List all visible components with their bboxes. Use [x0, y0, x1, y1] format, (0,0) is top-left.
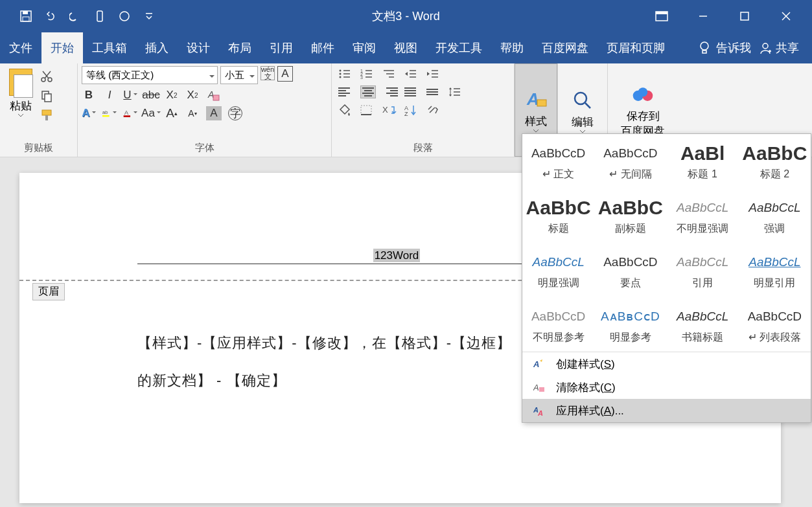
styles-gallery-dropdown: AaBbCcD↵ 正文AaBbCcD↵ 无间隔AaBl标题 1AaBbC标题 2…: [522, 133, 811, 423]
font-name-combo[interactable]: 等线 (西文正文): [82, 66, 218, 84]
tab-6[interactable]: 引用: [261, 32, 302, 63]
increase-indent-icon[interactable]: [426, 67, 442, 80]
window-controls: [649, 3, 812, 29]
text-effects-icon[interactable]: A: [82, 106, 96, 120]
style-不明显参考[interactable]: AaBbCcD不明显参考: [522, 297, 594, 352]
header-tab-label[interactable]: 页眉: [32, 283, 65, 300]
maximize-icon[interactable]: [732, 3, 758, 29]
style-强调[interactable]: AaBbCcL强调: [739, 188, 811, 243]
justify-icon[interactable]: [404, 85, 420, 98]
qat-dropdown-icon[interactable]: [143, 10, 156, 23]
style-↵正文[interactable]: AaBbCcD↵ 正文: [522, 134, 594, 188]
tab-1[interactable]: 开始: [41, 32, 83, 63]
style-要点[interactable]: AaBbCcD要点: [594, 243, 666, 297]
line-spacing-icon[interactable]: [448, 85, 464, 98]
minimize-icon[interactable]: [690, 3, 716, 29]
svg-rect-23: [42, 110, 51, 115]
style-明显参考[interactable]: AᴀBʙCᴄD明显参考: [594, 297, 666, 352]
bold-button[interactable]: B: [82, 88, 96, 102]
tab-3[interactable]: 插入: [136, 32, 178, 63]
style-preview: AaBbCcD: [531, 305, 585, 328]
style-preview: AaBbC: [742, 142, 807, 165]
style-↵无间隔[interactable]: AaBbCcD↵ 无间隔: [594, 134, 666, 188]
tell-me[interactable]: 告诉我: [698, 40, 751, 56]
paragraph-group-label: 段落: [336, 141, 510, 155]
touch-mode-icon[interactable]: [93, 10, 106, 23]
borders-icon[interactable]: [360, 104, 376, 117]
underline-button[interactable]: U: [123, 88, 137, 102]
save-icon[interactable]: [19, 10, 32, 23]
header-text[interactable]: 123Word: [373, 249, 421, 262]
decrease-indent-icon[interactable]: [404, 67, 420, 80]
sort-icon[interactable]: AZ: [404, 104, 420, 117]
share-icon: [759, 41, 772, 54]
align-right-icon[interactable]: [382, 85, 398, 98]
body-line-1: 【样式】-【应用样式】-【修改】，在【格式】-【边框】: [137, 333, 511, 353]
style-标题1[interactable]: AaBl标题 1: [667, 134, 739, 188]
circle-icon[interactable]: [118, 10, 131, 23]
style-副标题[interactable]: AaBbC副标题: [594, 188, 666, 243]
align-left-icon[interactable]: [338, 85, 354, 98]
create-style-item[interactable]: A 创建样式(S): [522, 352, 811, 376]
superscript-button[interactable]: X2: [185, 88, 200, 102]
text-direction-icon[interactable]: X: [382, 104, 398, 117]
clear-formatting-icon[interactable]: A: [206, 88, 220, 102]
grow-font-icon[interactable]: A▴: [165, 106, 179, 120]
subscript-button[interactable]: X2: [165, 88, 179, 102]
font-size-combo[interactable]: 小五: [220, 66, 258, 84]
close-icon[interactable]: [773, 3, 799, 29]
tab-12[interactable]: 百度网盘: [533, 32, 597, 63]
style-preview: AaBbCcL: [532, 251, 584, 274]
change-case-icon[interactable]: Aa: [144, 106, 158, 120]
tab-4[interactable]: 设计: [178, 32, 219, 63]
shrink-font-icon[interactable]: A▾: [185, 106, 200, 120]
tab-8[interactable]: 审阅: [343, 32, 385, 63]
undo-icon[interactable]: [44, 10, 57, 23]
ribbon-display-icon[interactable]: [649, 3, 675, 29]
tab-11[interactable]: 帮助: [491, 32, 533, 63]
group-clipboard: 粘贴 剪贴板: [0, 63, 78, 157]
tab-10[interactable]: 开发工具: [426, 32, 491, 63]
cut-icon[interactable]: [40, 70, 54, 84]
font-color-icon[interactable]: A: [123, 106, 137, 120]
align-center-icon[interactable]: [360, 85, 376, 98]
style-不明显强调[interactable]: AaBbCcL不明显强调: [667, 188, 739, 243]
tab-7[interactable]: 邮件: [302, 32, 343, 63]
paste-button[interactable]: 粘贴: [4, 66, 38, 120]
copy-icon[interactable]: [40, 89, 54, 104]
style-标题[interactable]: AaBbC标题: [522, 188, 594, 243]
style-书籍标题[interactable]: AaBbCcL书籍标题: [667, 297, 739, 352]
style-preview: AᴀBʙCᴄD: [601, 305, 660, 328]
format-painter-icon[interactable]: [40, 109, 54, 123]
show-marks-icon[interactable]: [426, 104, 442, 117]
tab-5[interactable]: 布局: [219, 32, 261, 63]
share-button[interactable]: 共享: [759, 40, 799, 56]
bullets-icon[interactable]: [338, 67, 354, 80]
apply-style-item[interactable]: AA 应用样式(A)...: [522, 399, 811, 422]
style-↵列表段落[interactable]: AaBbCcD↵ 列表段落: [739, 297, 811, 352]
style-明显强调[interactable]: AaBbCcL明显强调: [522, 243, 594, 297]
numbering-icon[interactable]: 123: [360, 67, 376, 80]
italic-button[interactable]: I: [102, 88, 117, 102]
character-shading-icon[interactable]: A: [206, 106, 222, 120]
tab-13[interactable]: 页眉和页脚: [597, 32, 674, 63]
clear-formatting-item[interactable]: A 清除格式(C): [522, 376, 811, 399]
highlight-icon[interactable]: ab: [102, 106, 117, 120]
character-border-icon[interactable]: A: [277, 66, 293, 82]
redo-icon[interactable]: [69, 10, 82, 23]
shading-icon[interactable]: [338, 104, 354, 117]
style-preview: AaBl: [680, 142, 725, 165]
tab-9[interactable]: 视图: [385, 32, 426, 63]
distribute-icon[interactable]: [426, 85, 442, 98]
svg-rect-3: [97, 11, 102, 21]
style-标题2[interactable]: AaBbC标题 2: [739, 134, 811, 188]
style-name-label: 标题 2: [760, 168, 789, 181]
style-引用[interactable]: AaBbCcL引用: [667, 243, 739, 297]
strikethrough-button[interactable]: abc: [144, 88, 158, 102]
enclose-characters-icon[interactable]: 字: [228, 106, 242, 120]
phonetic-guide-icon[interactable]: wén文: [261, 66, 275, 80]
multilevel-list-icon[interactable]: [382, 67, 398, 80]
style-明显引用[interactable]: AaBbCcL明显引用: [739, 243, 811, 297]
tab-2[interactable]: 工具箱: [83, 32, 136, 63]
tab-0[interactable]: 文件: [0, 32, 41, 63]
